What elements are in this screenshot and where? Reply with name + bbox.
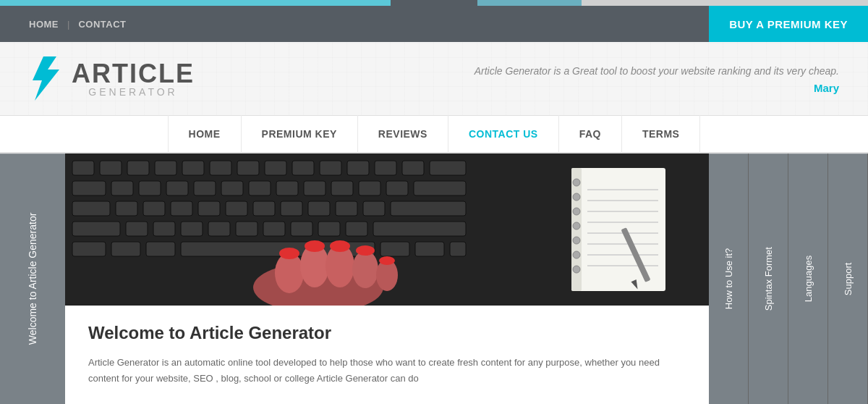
svg-point-76 — [573, 222, 580, 230]
buy-premium-button[interactable]: BUY A PREMIUM KEY — [709, 6, 868, 42]
svg-rect-8 — [237, 161, 259, 175]
svg-rect-53 — [111, 242, 140, 256]
svg-point-78 — [573, 251, 580, 258]
svg-rect-39 — [363, 201, 385, 216]
svg-rect-36 — [281, 201, 302, 216]
svg-rect-6 — [182, 161, 204, 175]
article-title: Welcome to Article Generator — [88, 323, 686, 343]
hero-image — [65, 153, 709, 306]
svg-rect-23 — [276, 181, 298, 195]
svg-rect-58 — [415, 242, 444, 256]
progress-bar — [0, 0, 868, 6]
header-username: Mary — [475, 82, 839, 94]
svg-rect-32 — [171, 201, 192, 216]
article-body: Article Generator is an automatic online… — [88, 355, 686, 387]
svg-rect-35 — [253, 201, 275, 216]
svg-rect-34 — [226, 201, 247, 216]
svg-rect-21 — [221, 181, 243, 195]
right-sidebar: How to Use it? Spintax Formet Languages … — [709, 153, 868, 404]
top-nav-contact[interactable]: CONTACT — [78, 19, 126, 30]
top-nav: HOME | CONTACT BUY A PREMIUM KEY — [0, 6, 868, 42]
svg-rect-27 — [386, 181, 408, 195]
svg-rect-2 — [72, 161, 94, 175]
svg-rect-37 — [308, 201, 330, 216]
svg-rect-50 — [346, 222, 367, 236]
svg-point-74 — [573, 193, 580, 201]
svg-marker-0 — [33, 56, 59, 101]
svg-rect-31 — [143, 201, 165, 216]
progress-segment-3 — [477, 0, 582, 6]
svg-rect-22 — [249, 181, 271, 195]
progress-segment-2 — [391, 0, 477, 6]
svg-point-68 — [330, 240, 350, 252]
nav-reviews[interactable]: REVIEWS — [358, 115, 448, 153]
content-area: Welcome to Article Generator — [0, 153, 868, 404]
nav-terms[interactable]: TERMS — [622, 115, 701, 153]
logo-area: ARTICLE GENERATOR — [29, 55, 195, 102]
top-nav-links: HOME | CONTACT — [0, 19, 126, 30]
svg-rect-46 — [236, 222, 258, 236]
svg-rect-48 — [291, 222, 312, 236]
spintax-tab[interactable]: Spintax Formet — [749, 153, 788, 404]
svg-rect-10 — [292, 161, 314, 175]
top-nav-home[interactable]: HOME — [29, 19, 59, 30]
svg-rect-40 — [391, 201, 466, 216]
svg-rect-9 — [265, 161, 286, 175]
svg-rect-45 — [208, 222, 230, 236]
main-nav: HOME PREMIUM KEY REVIEWS CONTACT US FAQ … — [0, 116, 868, 153]
header: ARTICLE GENERATOR Article Generator is a… — [0, 42, 868, 116]
svg-point-66 — [279, 248, 299, 259]
svg-rect-16 — [72, 181, 106, 195]
svg-rect-26 — [359, 181, 380, 195]
svg-rect-44 — [181, 222, 203, 236]
svg-rect-13 — [375, 161, 396, 175]
svg-rect-11 — [320, 161, 341, 175]
logo-article-text: ARTICLE — [72, 61, 195, 87]
svg-rect-18 — [139, 181, 161, 195]
svg-rect-30 — [116, 201, 137, 216]
svg-point-69 — [356, 245, 375, 256]
progress-segment-rest — [582, 0, 868, 6]
svg-rect-54 — [146, 242, 175, 256]
svg-rect-42 — [126, 222, 148, 236]
svg-point-70 — [379, 256, 395, 265]
svg-rect-3 — [100, 161, 122, 175]
svg-rect-19 — [166, 181, 188, 195]
svg-point-64 — [352, 251, 378, 288]
svg-rect-47 — [263, 222, 285, 236]
svg-rect-20 — [194, 181, 216, 195]
header-tagline: Article Generator is a Great tool to boo… — [475, 65, 839, 77]
keyboard-svg — [65, 153, 709, 306]
svg-point-75 — [573, 208, 580, 215]
languages-tab[interactable]: Languages — [788, 153, 828, 404]
svg-rect-38 — [336, 201, 357, 216]
svg-rect-71 — [571, 168, 665, 291]
nav-contact-us[interactable]: CONTACT US — [448, 115, 559, 153]
svg-point-67 — [305, 240, 325, 252]
svg-rect-5 — [155, 161, 176, 175]
svg-rect-12 — [347, 161, 369, 175]
keyboard-background — [65, 153, 709, 306]
how-to-use-tab[interactable]: How to Use it? — [709, 153, 749, 404]
svg-rect-51 — [373, 222, 466, 236]
svg-rect-14 — [402, 161, 424, 175]
logo-icon — [29, 55, 69, 102]
svg-rect-59 — [450, 242, 466, 256]
svg-point-77 — [573, 237, 580, 244]
nav-home[interactable]: HOME — [168, 115, 242, 153]
main-content: Welcome to Article Generator Article Gen… — [65, 153, 709, 404]
svg-rect-7 — [210, 161, 231, 175]
svg-point-79 — [573, 266, 580, 273]
nav-premium-key[interactable]: PREMIUM KEY — [242, 115, 358, 153]
progress-segment-1 — [0, 0, 391, 6]
svg-point-73 — [573, 179, 580, 186]
svg-rect-25 — [331, 181, 353, 195]
svg-rect-49 — [318, 222, 340, 236]
svg-rect-17 — [111, 181, 133, 195]
svg-rect-24 — [304, 181, 326, 195]
nav-faq[interactable]: FAQ — [559, 115, 622, 153]
header-right: Article Generator is a Great tool to boo… — [475, 63, 839, 94]
svg-rect-41 — [72, 222, 120, 236]
top-nav-divider: | — [67, 19, 69, 30]
support-tab[interactable]: Support — [828, 153, 868, 404]
